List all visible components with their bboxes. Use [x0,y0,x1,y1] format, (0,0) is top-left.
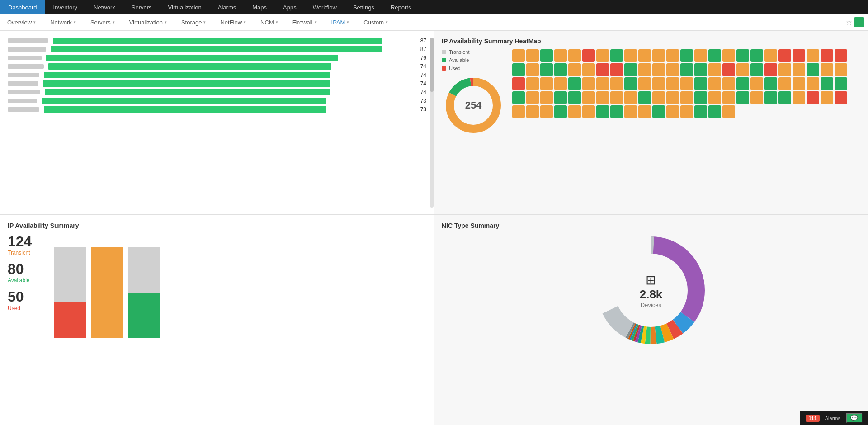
subnav-firewall[interactable]: Firewall ▾ [285,14,324,31]
heatmap-cell [680,105,693,118]
heatmap-cell [610,91,623,104]
bar-value: 74 [415,72,426,78]
heatmap-cell [680,77,693,90]
subnav-storage[interactable]: Storage ▾ [174,14,213,31]
bar-row: 76 [8,55,426,61]
nav-servers[interactable]: Servers [123,0,160,14]
bar-container [51,46,411,52]
nav-settings[interactable]: Settings [345,0,382,14]
nav-workflow[interactable]: Workflow [305,0,345,14]
bar-fill [48,63,331,70]
heatmap-cell [722,77,735,90]
used-group: 50 Used [8,289,32,311]
bar-fill [44,106,326,113]
nic-chart: ⊞ 2.8k Devices [442,234,860,347]
heatmap-cell [582,63,595,76]
heatmap-cell [596,77,609,90]
main-content: 87 87 76 74 74 [0,31,868,425]
bar-row: 74 [8,72,426,78]
heatmap-cell [708,63,721,76]
add-dashboard-button[interactable]: + [854,17,864,27]
donut-chart: 254 [442,74,505,137]
v-bar-1-top [54,247,86,302]
v-bar-3-bottom [128,293,160,338]
heatmap-cell [652,91,665,104]
heatmap-cell [666,91,679,104]
heatmap-cell [512,91,525,104]
heatmap-cell [722,63,735,76]
bar-value: 74 [415,89,426,95]
heatmap-cell [540,91,553,104]
heatmap-cell [666,105,679,118]
nav-inventory[interactable]: Inventory [45,0,85,14]
heatmap-title: IP Availability Summary HeatMap [442,38,860,45]
chat-button[interactable]: 💬 [846,413,863,423]
heatmap-cell [750,91,763,104]
legend-transient: Transient [442,49,469,55]
bar-container [43,80,411,87]
v-bar-2 [91,247,123,338]
heatmap-cell [764,63,777,76]
heatmap-cell [540,63,553,76]
heatmap-cell [764,77,777,90]
bar-container [45,89,411,95]
nav-reports[interactable]: Reports [382,0,420,14]
subnav-virtualization[interactable]: Virtualization ▾ [122,14,174,31]
heatmap-cell [680,91,693,104]
nav-apps[interactable]: Apps [275,0,305,14]
heatmap-cell [526,63,539,76]
sub-navigation: Overview ▾ Network ▾ Servers ▾ Virtualiz… [0,14,868,31]
subnav-custom[interactable]: Custom ▾ [356,14,395,31]
heatmap-cell [708,49,721,62]
v-bar-1-bottom [54,302,86,338]
favorite-button[interactable]: ☆ [846,18,852,27]
heatmap-cell [526,77,539,90]
bar-container [46,55,411,61]
heatmap-cell [835,91,847,104]
bar-container [53,38,411,44]
bar-label [8,73,39,77]
bar-container [48,63,411,70]
bar-container [42,98,411,104]
bar-chart-rows: 87 87 76 74 74 [8,38,426,113]
nav-alarms[interactable]: Alarms [210,0,244,14]
bar-value: 73 [415,98,426,104]
bar-chart-panel: 87 87 76 74 74 [0,31,434,214]
scrollbar[interactable] [430,38,434,208]
available-value: 80 [8,261,32,277]
heatmap-cell [722,105,735,118]
subnav-ncm[interactable]: NCM ▾ [253,14,285,31]
subnav-netflow[interactable]: NetFlow ▾ [213,14,253,31]
bar-row: 87 [8,38,426,44]
nic-summary-panel: NIC Type Summary [434,214,868,425]
heatmap-cell [694,91,707,104]
transient-value: 124 [8,234,32,250]
heatmap-cell [568,49,581,62]
bar-fill [44,72,330,78]
subnav-network[interactable]: Network ▾ [43,14,83,31]
heatmap-cell [764,49,777,62]
nav-maps[interactable]: Maps [244,0,275,14]
heatmap-cell [554,91,567,104]
heatmap-grid [512,49,860,118]
subnav-overview[interactable]: Overview ▾ [0,14,43,31]
scrollbar-thumb[interactable] [430,38,434,92]
heatmap-cell [807,77,819,90]
nav-dashboard[interactable]: Dashboard [0,0,45,14]
heatmap-cell [821,77,833,90]
heatmap-cell [540,105,553,118]
top-navigation: Dashboard Inventory Network Servers Virt… [0,0,868,14]
subnav-servers[interactable]: Servers ▾ [83,14,122,31]
heatmap-cell [821,91,833,104]
heatmap-cell [793,63,805,76]
nav-virtualization[interactable]: Virtualization [160,0,210,14]
nav-network[interactable]: Network [85,0,123,14]
legend-dot-available [442,58,446,62]
heatmap-cell [694,63,707,76]
heatmap-cell [638,77,651,90]
subnav-ipam[interactable]: IPAM ▾ [324,14,357,31]
heatmap-cell [652,49,665,62]
bar-fill [51,46,382,52]
heatmap-cell [610,63,623,76]
heatmap-cell [554,105,567,118]
